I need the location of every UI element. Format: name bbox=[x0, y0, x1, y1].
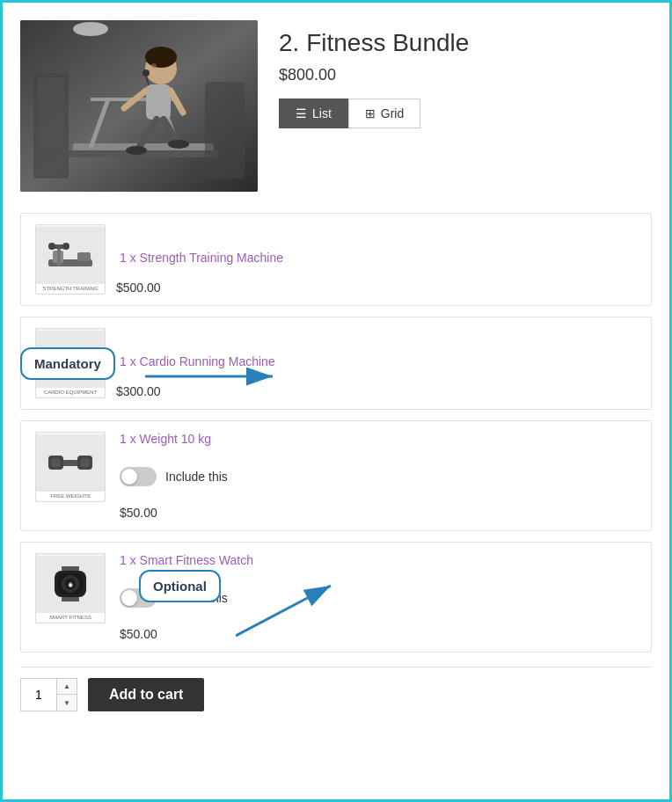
list-icon: ☰ bbox=[296, 106, 307, 120]
grid-view-button[interactable]: ⊞ Grid bbox=[348, 98, 420, 128]
svg-rect-35 bbox=[63, 460, 77, 466]
product-title: 2. Fitness Bundle bbox=[279, 29, 652, 57]
item-price-weight: $50.00 bbox=[120, 506, 157, 520]
include-row-weight: Include this bbox=[120, 467, 637, 486]
item-thumb-img-weight bbox=[36, 434, 105, 492]
mandatory-label: Mandatory bbox=[34, 356, 101, 371]
item-thumb-label-strength: STRENGTH TRAINING bbox=[36, 284, 105, 293]
svg-point-26 bbox=[48, 243, 55, 250]
svg-line-51 bbox=[236, 586, 331, 636]
item-details-strength: 1 x Strength Training Machine bbox=[120, 251, 637, 268]
svg-point-17 bbox=[145, 47, 177, 68]
annotation-optional: Optional bbox=[139, 570, 221, 602]
item-name-strength: 1 x Strength Training Machine bbox=[120, 251, 637, 265]
svg-rect-41 bbox=[62, 597, 79, 602]
svg-rect-24 bbox=[57, 246, 61, 266]
item-thumb-strength: STRENGTH TRAINING bbox=[35, 224, 106, 295]
item-name-weight: 1 x Weight 10 kg bbox=[120, 432, 637, 446]
qty-arrows: ▲ ▼ bbox=[56, 679, 77, 711]
grid-icon: ⊞ bbox=[365, 106, 376, 120]
svg-point-18 bbox=[151, 63, 157, 69]
item-thumb-img-strength bbox=[36, 227, 105, 284]
item-price-watch: $50.00 bbox=[120, 627, 157, 641]
svg-point-8 bbox=[142, 69, 150, 77]
quantity-wrapper: 1 ▲ ▼ bbox=[20, 678, 77, 711]
quantity-input[interactable]: 1 bbox=[21, 679, 56, 711]
annotation-mandatory: Mandatory bbox=[20, 347, 115, 380]
optional-label: Optional bbox=[153, 579, 207, 594]
toggle-weight[interactable] bbox=[120, 467, 157, 486]
item-thumb-watch: ⌚ SMART FITNESS bbox=[35, 553, 106, 623]
item-thumb-label-weight: FREE WEIGHTS bbox=[36, 492, 105, 500]
item-details-weight: 1 x Weight 10 kg Include this bbox=[120, 432, 637, 486]
bundle-item-weight: FREE WEIGHTS 1 x Weight 10 kg Include th… bbox=[20, 420, 652, 531]
list-view-button[interactable]: ☰ List bbox=[279, 98, 348, 128]
product-price: $800.00 bbox=[279, 66, 652, 84]
item-thumb-label-watch: SMART FITNESS bbox=[36, 613, 105, 622]
item-thumb-img-watch: ⌚ bbox=[36, 556, 105, 613]
svg-rect-21 bbox=[205, 82, 245, 179]
page-wrapper: 2. Fitness Bundle $800.00 ☰ List ⊞ Grid bbox=[0, 0, 672, 802]
svg-text:⌚: ⌚ bbox=[68, 582, 74, 588]
svg-rect-38 bbox=[51, 458, 61, 467]
svg-rect-28 bbox=[77, 252, 91, 261]
svg-rect-39 bbox=[80, 458, 90, 467]
svg-rect-10 bbox=[146, 84, 171, 120]
add-to-cart-button[interactable]: Add to cart bbox=[88, 678, 204, 711]
svg-point-15 bbox=[126, 146, 147, 155]
qty-up-button[interactable]: ▲ bbox=[57, 679, 77, 695]
product-header: 2. Fitness Bundle $800.00 ☰ List ⊞ Grid bbox=[20, 20, 652, 192]
bundle-item-strength: STRENGTH TRAINING 1 x Strength Training … bbox=[20, 213, 652, 306]
svg-rect-40 bbox=[62, 566, 79, 571]
svg-point-27 bbox=[62, 243, 69, 250]
arrow-mandatory bbox=[145, 359, 281, 394]
arrow-optional bbox=[236, 579, 341, 640]
svg-rect-20 bbox=[38, 77, 64, 148]
view-toggle: ☰ List ⊞ Grid bbox=[279, 98, 652, 128]
item-name-watch: 1 x Smart Fitness Watch bbox=[120, 553, 637, 567]
item-row-top-weight: FREE WEIGHTS 1 x Weight 10 kg Include th… bbox=[35, 432, 637, 502]
include-label-weight: Include this bbox=[165, 470, 228, 484]
cart-section: 1 ▲ ▼ Add to cart bbox=[20, 667, 652, 722]
product-main-image bbox=[20, 20, 258, 192]
product-info: 2. Fitness Bundle $800.00 ☰ List ⊞ Grid bbox=[279, 20, 652, 192]
grid-btn-label: Grid bbox=[381, 106, 404, 120]
svg-point-16 bbox=[168, 140, 189, 149]
item-thumb-weight: FREE WEIGHTS bbox=[35, 432, 106, 502]
svg-point-1 bbox=[73, 22, 108, 36]
list-btn-label: List bbox=[312, 106, 332, 120]
item-price-strength: $500.00 bbox=[116, 281, 161, 295]
item-thumb-label-cardio: CARDIO EQUIPMENT bbox=[36, 388, 105, 397]
qty-down-button[interactable]: ▼ bbox=[57, 695, 77, 711]
